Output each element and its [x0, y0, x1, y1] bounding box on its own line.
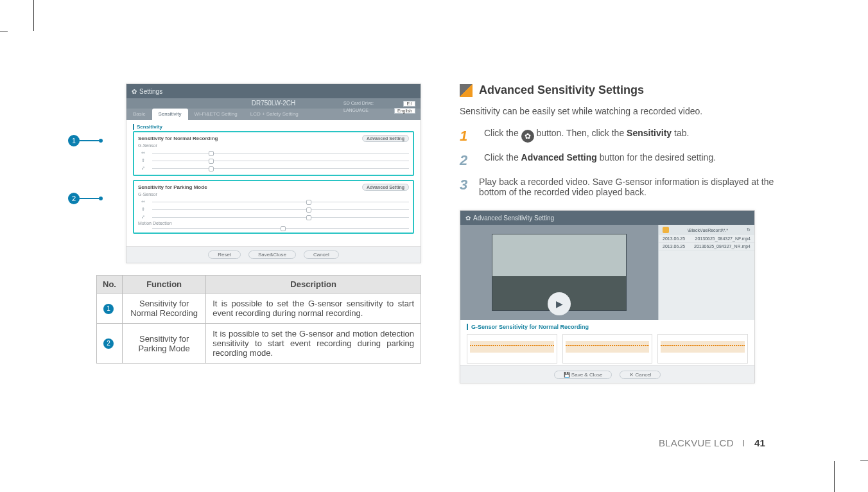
group1-advanced-button[interactable]: Advanced Setting — [362, 135, 409, 142]
tab-sensitivity[interactable]: Sensitivity — [152, 109, 188, 120]
video-player[interactable]: ▶ — [460, 225, 658, 320]
step-2: 2 Click the Advanced Setting button for … — [460, 152, 777, 169]
group1-title: Sensitivity for Normal Recording — [138, 136, 218, 141]
adv-title: Advanced Sensitivity Setting — [473, 215, 554, 222]
th-function: Function — [123, 276, 206, 294]
slider-z[interactable] — [152, 168, 409, 169]
adv-footer-buttons: 💾 Save & Close ✕ Cancel — [460, 368, 754, 379]
page-footer: BLACKVUE LCD I 41 — [659, 437, 765, 448]
tab-lcd-safety[interactable]: LCD + Safety Setting — [244, 109, 305, 120]
axis-y-icon: ⇕ — [138, 158, 148, 163]
callout-dot-2: 2 — [68, 193, 80, 204]
slider-y[interactable] — [152, 161, 409, 161]
axis-y-icon: ⇕ — [138, 207, 148, 212]
group1-sub: G-Sensor — [138, 143, 409, 148]
reset-button[interactable]: Reset — [208, 250, 241, 259]
steps-list: 1 Click the ✿ button. Then, click the Se… — [460, 128, 777, 197]
adv-cancel-button[interactable]: ✕ Cancel — [620, 371, 661, 379]
file-row[interactable]: 2013.06.25 20130625_084327_NF.mp4 — [659, 235, 754, 243]
gsensor-title: G-Sensor Sensitivity for Normal Recordin… — [467, 324, 748, 330]
section-icon — [460, 84, 473, 97]
gear-icon: ✿ — [132, 88, 137, 95]
group2-advanced-button[interactable]: Advanced Setting — [362, 184, 409, 191]
step-num-1: 1 — [460, 128, 474, 145]
axis-z-icon: ⤢ — [138, 215, 148, 220]
axis-x-icon: ⇔ — [138, 150, 148, 155]
refresh-icon[interactable]: ↻ — [747, 227, 751, 233]
save-icon: 💾 — [564, 372, 570, 378]
slider-parking-x[interactable] — [152, 202, 409, 202]
row-desc-2: It is possible to set the G-sensor and m… — [206, 324, 421, 364]
slider-parking-z[interactable] — [152, 217, 409, 218]
right-column: Advanced Sensitivity Settings Sensitivit… — [460, 83, 777, 383]
axis-z-icon: ⤢ — [138, 166, 148, 171]
footer-brand: BLACKVUE LCD — [659, 437, 734, 448]
gsensor-graph-x — [467, 334, 557, 364]
function-table: No. Function Description 1 Sensitivity f… — [96, 275, 421, 364]
th-description: Description — [206, 276, 421, 294]
crop-mark — [860, 461, 868, 461]
row-dot-1: 1 — [103, 304, 114, 314]
axis-x-icon: ⇔ — [138, 199, 148, 204]
section-intro: Sensitivity can be easily set while watc… — [460, 106, 777, 116]
group2-sub: G-Sensor — [138, 192, 409, 197]
slider-parking-y[interactable] — [152, 209, 409, 210]
settings-titlebar: ✿ Settings — [126, 84, 421, 98]
callout-dot-1: 1 — [68, 135, 80, 146]
settings-title: Settings — [139, 88, 162, 95]
gsensor-graph-z — [657, 334, 748, 364]
cancel-button[interactable]: Cancel — [304, 250, 339, 259]
tab-wifi[interactable]: Wi-Fi&ETC Setting — [188, 109, 244, 120]
settings-footer-buttons: Reset Save&Close Cancel — [126, 248, 421, 259]
section-heading: Advanced Sensitivity Settings — [479, 83, 644, 97]
step-3: 3 Play back a recorded video. Save G-sen… — [460, 177, 777, 197]
callout-1: 1 — [68, 135, 103, 146]
language-select[interactable]: English — [394, 108, 415, 114]
row-dot-2: 2 — [103, 338, 114, 349]
row-func-2: Sensitivity for Parking Mode — [123, 324, 206, 364]
sensitivity-section-title: Sensitivity — [133, 124, 414, 130]
folder-icon — [663, 227, 669, 233]
row-desc-1: It is possible to set the G-sensor sensi… — [206, 294, 421, 324]
row-func-1: Sensitivity for Normal Recording — [123, 294, 206, 324]
tab-basic[interactable]: Basic — [126, 109, 152, 120]
file-row[interactable]: 2013.06.25 20130625_084327_NR.mp4 — [659, 243, 754, 250]
step-num-3: 3 — [460, 177, 469, 197]
adv-save-button[interactable]: 💾 Save & Close — [554, 371, 612, 379]
play-icon[interactable]: ▶ — [548, 292, 571, 315]
group2-title: Sensitivity for Parking Mode — [138, 184, 207, 190]
save-close-button[interactable]: Save&Close — [248, 250, 296, 259]
gear-icon: ✿ — [521, 130, 534, 143]
slider-x[interactable] — [152, 153, 409, 154]
crop-mark — [0, 31, 8, 31]
table-row: 1 Sensitivity for Normal Recording It is… — [97, 294, 421, 324]
callout-2: 2 — [68, 193, 103, 204]
close-icon: ✕ — [629, 372, 634, 378]
video-preview: ▶ — [492, 234, 627, 311]
left-column: 1 2 ✿ Settings DR750LW-2CH SD Card Drive… — [96, 83, 421, 383]
slider-motion[interactable] — [152, 228, 409, 229]
gsensor-graph-y — [562, 334, 653, 364]
drive-select[interactable]: E:\ — [403, 101, 415, 107]
th-no: No. — [97, 276, 123, 294]
motion-detection-label: Motion Detection — [138, 221, 409, 225]
page-number: 41 — [754, 437, 765, 448]
settings-side-selects: SD Card Drive: E:\ LANGUAGE English — [343, 101, 415, 115]
file-list: \BlackVueRecord\*.* ↻ 2013.06.25 2013062… — [658, 225, 754, 320]
group-parking-mode: Sensitivity for Parking Mode Advanced Se… — [133, 180, 414, 234]
crop-mark — [33, 0, 34, 31]
step-1-text: Click the ✿ button. Then, click the Sens… — [484, 128, 689, 145]
step-1: 1 Click the ✿ button. Then, click the Se… — [460, 128, 777, 145]
step-num-2: 2 — [460, 152, 474, 169]
step-2-text: Click the Advanced Setting button for th… — [484, 152, 716, 169]
language-label: LANGUAGE — [343, 108, 369, 114]
file-head-path: \BlackVueRecord\*.* — [688, 228, 728, 233]
gear-icon: ✿ — [465, 215, 471, 222]
settings-screenshot: ✿ Settings DR750LW-2CH SD Card Drive: E:… — [126, 83, 421, 263]
drive-label: SD Card Drive: — [343, 101, 374, 107]
group-normal-recording: Sensitivity for Normal Recording Advance… — [133, 131, 414, 176]
crop-mark — [834, 461, 835, 492]
table-row: 2 Sensitivity for Parking Mode It is pos… — [97, 324, 421, 364]
adv-titlebar: ✿ Advanced Sensitivity Setting — [460, 211, 754, 225]
step-3-text: Play back a recorded video. Save G-senso… — [479, 177, 777, 197]
